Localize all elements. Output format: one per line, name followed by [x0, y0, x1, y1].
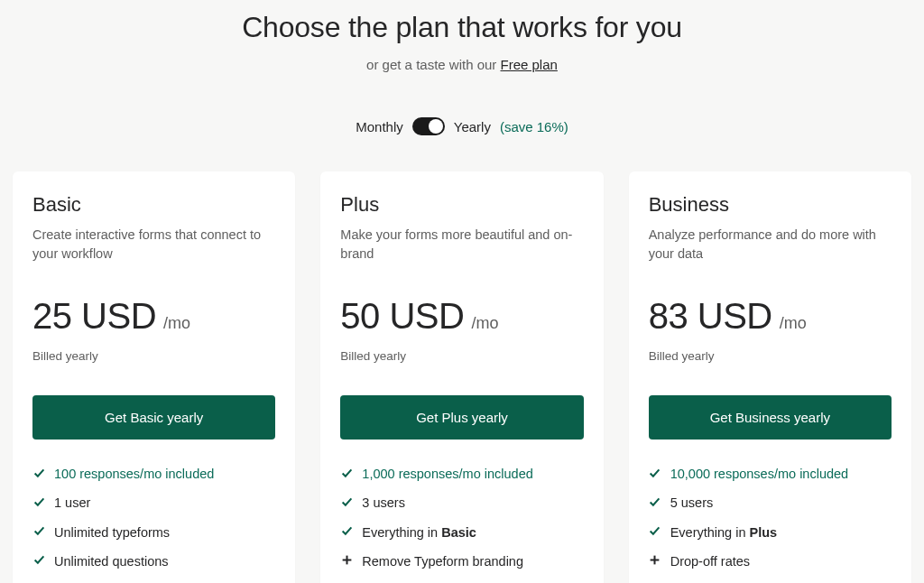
billed-note: Billed yearly — [340, 349, 583, 363]
billing-toggle-row: Monthly Yearly (save 16%) — [0, 117, 924, 135]
price-row: 25 USD/mo — [32, 296, 275, 337]
feature-list: 10,000 responses/mo included5 usersEvery… — [649, 465, 892, 570]
feature-item: 1 user — [32, 494, 275, 512]
feature-item: 3 users — [340, 494, 583, 512]
feature-item: 100 responses/mo included — [32, 465, 275, 483]
check-icon — [32, 495, 45, 508]
check-icon — [32, 554, 45, 567]
feature-text: Unlimited questions — [54, 552, 169, 570]
savings-text: (save 16%) — [500, 119, 568, 134]
billed-note: Billed yearly — [32, 349, 275, 363]
plan-description: Create interactive forms that connect to… — [32, 226, 275, 265]
check-icon — [340, 495, 353, 508]
feature-item: Everything in Basic — [340, 523, 583, 541]
plans-grid: BasicCreate interactive forms that conne… — [0, 162, 924, 583]
feature-item: Everything in Plus — [649, 523, 892, 541]
feature-text: Remove Typeform branding — [362, 552, 523, 570]
price-period: /mo — [471, 314, 498, 333]
check-icon — [649, 525, 661, 538]
plan-name: Basic — [32, 193, 275, 217]
check-icon — [32, 467, 45, 479]
feature-text: 1 user — [54, 494, 90, 512]
feature-text-bold: Basic — [441, 525, 476, 540]
price-row: 50 USD/mo — [340, 296, 583, 337]
feature-list: 100 responses/mo included1 userUnlimited… — [32, 465, 275, 570]
toggle-knob — [429, 119, 443, 134]
plus-icon — [649, 554, 661, 567]
feature-item: Unlimited typeforms — [32, 523, 275, 541]
plan-card: BasicCreate interactive forms that conne… — [13, 171, 295, 583]
feature-text: 10,000 responses/mo included — [670, 465, 849, 483]
feature-item: Remove Typeform branding — [340, 552, 583, 570]
check-icon — [32, 525, 45, 538]
feature-text: Drop-off rates — [670, 552, 750, 570]
feature-list: 1,000 responses/mo included3 usersEveryt… — [340, 465, 583, 570]
page-title: Choose the plan that works for you — [0, 11, 924, 44]
feature-text: Everything in Basic — [362, 523, 476, 541]
price-period: /mo — [780, 314, 807, 333]
feature-item: Unlimited questions — [32, 552, 275, 570]
check-icon — [649, 467, 661, 479]
plan-description: Make your forms more beautiful and on-br… — [340, 226, 583, 265]
feature-text: Everything in Plus — [670, 523, 777, 541]
price-amount: 50 USD — [340, 296, 464, 337]
price-period: /mo — [163, 314, 190, 333]
check-icon — [340, 467, 353, 479]
feature-text: 1,000 responses/mo included — [362, 465, 532, 483]
feature-text: 100 responses/mo included — [54, 465, 214, 483]
plan-cta-button[interactable]: Get Basic yearly — [32, 395, 275, 440]
monthly-label[interactable]: Monthly — [356, 119, 403, 134]
feature-text-prefix: Everything in — [362, 525, 441, 540]
feature-item: Drop-off rates — [649, 552, 892, 570]
plan-card: BusinessAnalyze performance and do more … — [629, 171, 911, 583]
billed-note: Billed yearly — [649, 349, 892, 363]
price-row: 83 USD/mo — [649, 296, 892, 337]
plan-cta-button[interactable]: Get Business yearly — [649, 395, 892, 440]
plan-card: PlusMake your forms more beautiful and o… — [320, 171, 603, 583]
plan-cta-button[interactable]: Get Plus yearly — [340, 395, 583, 440]
check-icon — [649, 495, 661, 508]
yearly-label[interactable]: Yearly — [454, 119, 491, 134]
price-amount: 83 USD — [649, 296, 772, 337]
subtitle: or get a taste with our Free plan — [0, 57, 924, 72]
plan-description: Analyze performance and do more with you… — [649, 226, 892, 265]
feature-text: 3 users — [362, 494, 405, 512]
plus-icon — [340, 554, 353, 567]
plan-name: Business — [649, 193, 892, 217]
pricing-header: Choose the plan that works for you or ge… — [0, 0, 924, 162]
feature-item: 5 users — [649, 494, 892, 512]
feature-text-prefix: Everything in — [670, 525, 750, 540]
feature-text: Unlimited typeforms — [54, 523, 170, 541]
subtitle-prefix: or get a taste with our — [366, 57, 500, 72]
check-icon — [340, 525, 353, 538]
billing-toggle[interactable] — [412, 117, 445, 135]
plan-name: Plus — [340, 193, 583, 217]
feature-item: 1,000 responses/mo included — [340, 465, 583, 483]
price-amount: 25 USD — [32, 296, 156, 337]
feature-item: 10,000 responses/mo included — [649, 465, 892, 483]
feature-text-bold: Plus — [750, 525, 778, 540]
free-plan-link[interactable]: Free plan — [501, 57, 558, 72]
feature-text: 5 users — [670, 494, 714, 512]
